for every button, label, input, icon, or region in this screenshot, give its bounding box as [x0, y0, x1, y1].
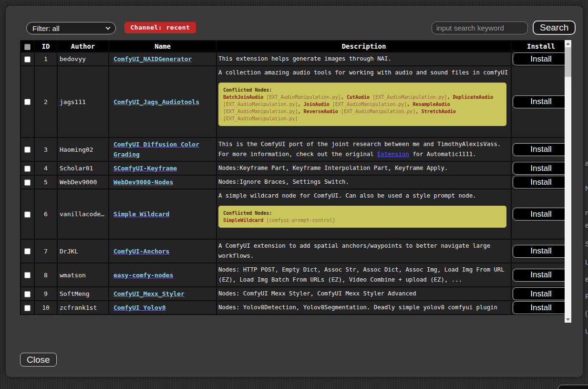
install-cell: Install [512, 263, 570, 286]
row-checkbox[interactable] [24, 179, 31, 186]
edge-glyph: N [585, 184, 588, 192]
install-cell: Install [512, 162, 570, 175]
install-button[interactable]: Install [513, 143, 570, 156]
row-checkbox-cell [21, 53, 34, 65]
conflict-separator: , [298, 109, 304, 114]
install-button[interactable]: Install [513, 176, 570, 189]
extension-description: Nodes:Keyframe Part, Keyframe Interpolat… [217, 162, 511, 175]
search-input[interactable] [432, 21, 528, 34]
extension-name-cell: ComfyUI Yolov8 [109, 301, 216, 314]
extension-name-cell: easy-comfy-nodes [109, 263, 216, 286]
install-button[interactable]: Install [513, 301, 570, 314]
row-checkbox[interactable] [24, 248, 31, 254]
conflict-node-source: [EXT_AudioManipulation.py] [338, 109, 416, 114]
conflicted-nodes-warning: Conflicted Nodes:SimpleWildcard [comfyui… [218, 206, 506, 228]
edge-glyph: e [585, 221, 588, 229]
install-cell: Install [512, 53, 570, 65]
extension-name-cell: WebDev9000-Nodes [109, 176, 216, 189]
table-row: 6vanillacode…Simple WildcardA simple wil… [21, 189, 570, 239]
extension-description: Nodes: HTTP POST, Empty Dict, Assoc Str,… [217, 263, 511, 286]
scroll-up-button[interactable] [565, 40, 571, 47]
conflict-node-name: JoinAudio [304, 102, 330, 107]
row-checkbox[interactable] [24, 291, 31, 297]
install-button[interactable]: Install [513, 208, 570, 221]
conflict-node-name: ReverseAudio [304, 109, 338, 114]
row-checkbox[interactable] [24, 56, 31, 63]
row-checkbox[interactable] [24, 305, 31, 311]
extension-name-cell: Simple Wildcard [109, 189, 216, 239]
conflict-separator: , [447, 95, 453, 100]
install-button[interactable]: Install [513, 269, 570, 282]
col-header-install: Install [512, 41, 570, 52]
extension-author: DrJKL [58, 240, 108, 263]
extension-description: Nodes: ComfyUI Mexx Styler, ComfyUI Mexx… [217, 287, 511, 300]
table-row: 3Haoming02ComfyUI Diffusion Color Gradin… [21, 138, 570, 161]
extension-name-link[interactable]: easy-comfy-nodes [113, 272, 173, 279]
extension-name-link[interactable]: ComfyUI_Jags_Audiotools [113, 98, 199, 105]
row-checkbox[interactable] [24, 147, 31, 153]
conflicted-nodes-warning: Conflicted Nodes:BatchJoinAudio [EXT_Aud… [218, 83, 506, 126]
select-all-checkbox[interactable] [24, 44, 31, 50]
custom-nodes-dialog: Filter: all Channel: recent Search ID Au… [6, 6, 583, 377]
extension-name-link[interactable]: ComfyUI-Anchors [113, 248, 169, 255]
install-button[interactable]: Install [513, 95, 570, 108]
conflict-list: SimpleWildcard [comfyui-prompt-control] [223, 217, 502, 224]
extension-name-cell: ComfyUI-Anchors [109, 240, 216, 263]
conflict-node-name: StretchAudio [421, 109, 455, 114]
search-button[interactable]: Search [533, 21, 576, 35]
table-row: 4Scholar01SComfyUI-KeyframeNodes:Keyfram… [21, 162, 570, 175]
extension-name-link[interactable]: ComfyUI_Mexx_Styler [113, 290, 185, 297]
conflict-node-source: [EXT_AudioManipulation.py] [330, 102, 407, 107]
close-button[interactable]: Close [20, 353, 57, 367]
extension-id: 10 [35, 301, 57, 314]
extension-name-link[interactable]: SComfyUI-Keyframe [113, 165, 177, 172]
extension-name-link[interactable]: WebDev9000-Nodes [113, 179, 173, 186]
row-checkbox-cell [21, 66, 34, 137]
extension-author: Scholar01 [58, 162, 108, 175]
install-button[interactable]: Install [513, 287, 570, 300]
conflict-node-source: [EXT_AudioManipulation.py] [223, 109, 298, 114]
conflict-node-source: [EXT_AudioManipulation.py] [223, 116, 298, 121]
scroll-down-button[interactable] [565, 316, 571, 323]
edge-glyph: a [585, 159, 588, 167]
edge-glyph: F [585, 292, 588, 300]
conflict-separator: , [407, 102, 413, 107]
row-checkbox[interactable] [24, 272, 31, 278]
extension-name-cell: ComfyUI Diffusion Color Grading [109, 138, 216, 161]
extension-id: 3 [35, 138, 57, 161]
table-scrollbar[interactable] [565, 40, 571, 323]
extension-id: 7 [35, 240, 57, 263]
table-row: 8wmatsoneasy-comfy-nodesNodes: HTTP POST… [21, 263, 570, 286]
extension-id: 1 [35, 53, 57, 65]
extension-name-link[interactable]: Simple Wildcard [113, 210, 169, 218]
row-checkbox[interactable] [24, 211, 31, 218]
conflict-node-name: ResampleAudio [413, 102, 450, 107]
extension-name-link[interactable]: ComfyUI Diffusion Color Grading [113, 141, 199, 158]
extension-description: This extension helps generate images thr… [217, 53, 511, 65]
extension-id: 4 [35, 162, 57, 175]
extension-description: A collection amazing audio tools for wor… [217, 66, 511, 137]
table-row: 5WebDev9000WebDev9000-NodesNodes:Ignore … [21, 176, 570, 189]
conflict-node-name: DuplicateAudio [453, 95, 493, 100]
conflict-list: BatchJoinAudio [EXT_AudioManipulation.py… [223, 94, 502, 122]
install-cell: Install [512, 301, 570, 314]
row-checkbox-cell [21, 189, 34, 239]
row-checkbox[interactable] [24, 166, 31, 172]
extension-description: A simple wildcard node for ComfyUI. Can … [217, 189, 511, 239]
install-button[interactable]: Install [513, 162, 570, 175]
extension-table-body: 1bedovyyComfyUI_NAIDGeneratorThis extens… [21, 53, 570, 314]
extension-description: This is the ComfyUI port of the joint re… [217, 138, 511, 161]
extension-name-link[interactable]: ComfyUI_NAIDGenerator [113, 55, 192, 63]
filter-select[interactable]: Filter: all [26, 22, 116, 34]
scrollbar-thumb[interactable] [565, 47, 571, 77]
install-button[interactable]: Install [513, 53, 570, 65]
row-checkbox[interactable] [24, 99, 31, 105]
extension-name-cell: ComfyUI_Mexx_Styler [109, 287, 216, 300]
col-header-name: Name [109, 41, 216, 52]
extension-id: 6 [35, 189, 57, 239]
extension-name-link[interactable]: ComfyUI Yolov8 [113, 304, 166, 311]
extension-description: A ComfyUI extension to add spatial ancho… [217, 240, 511, 263]
conflict-title: Conflicted Nodes: [223, 86, 502, 94]
install-button[interactable]: Install [513, 245, 570, 258]
description-link[interactable]: Extension [377, 151, 409, 158]
